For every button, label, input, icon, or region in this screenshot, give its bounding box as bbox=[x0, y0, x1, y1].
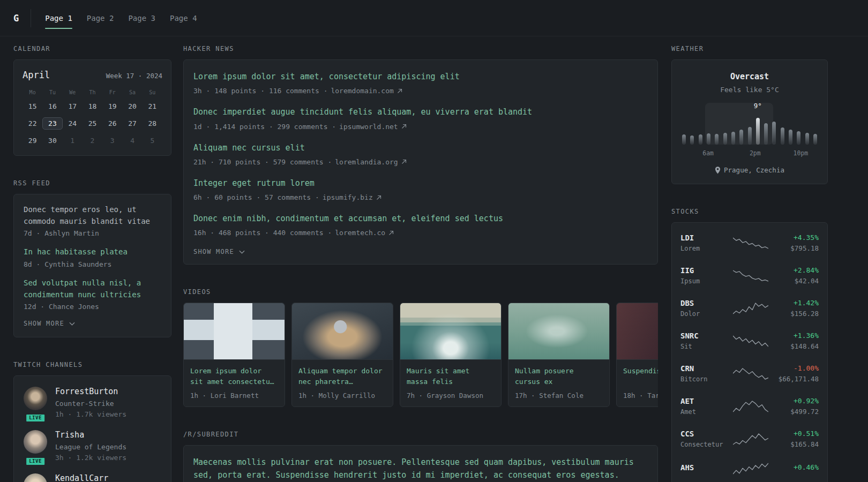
stock-change: +1.42% bbox=[790, 299, 819, 307]
weather-bar bbox=[797, 131, 800, 145]
stock-row[interactable]: CCS Consectetur +0.51% $165.84 bbox=[680, 423, 819, 455]
hn-item-link[interactable]: Lorem ipsum dolor sit amet, consectetur … bbox=[193, 71, 648, 83]
stock-row[interactable]: DBS Dolor +1.42% $156.28 bbox=[680, 292, 819, 325]
hn-item: Donec enim nibh, condimentum et accumsan… bbox=[193, 213, 648, 237]
right-column: WEATHER Overcast Feels like 5°C 9° 6am 2… bbox=[671, 45, 828, 482]
hn-item-domain-link[interactable]: loremlandia.org bbox=[335, 158, 398, 166]
hn-item: Lorem ipsum dolor sit amet, consectetur … bbox=[193, 71, 648, 95]
twitch-channel[interactable]: LIVE ForrestBurton Counter-Strike 1h · 1… bbox=[24, 387, 161, 418]
video-thumbnail bbox=[184, 303, 285, 360]
rss-card: Donec tempor eros leo, ut commodo mauris… bbox=[13, 194, 171, 337]
hn-item-domain-link[interactable]: loremdomain.com bbox=[331, 87, 393, 95]
stock-row[interactable]: SNRC Sit +1.36% $148.64 bbox=[680, 325, 819, 357]
channel-game: League of Legends bbox=[55, 443, 126, 451]
calendar-day: 18 bbox=[83, 100, 102, 112]
stock-row[interactable]: LDI Lorem +4.35% $795.18 bbox=[680, 227, 819, 259]
hn-item-meta: 1d · 1,414 points · 299 comments · ipsum… bbox=[193, 123, 648, 131]
hn-item-link[interactable]: Integer eget rutrum lorem bbox=[193, 177, 648, 190]
calendar-day-header: Su bbox=[143, 89, 162, 95]
weather-bar bbox=[739, 130, 743, 145]
stock-name: Dolor bbox=[680, 310, 733, 318]
calendar-day-next-month: 4 bbox=[122, 134, 142, 147]
stock-values: +0.92% $499.72 bbox=[790, 397, 819, 416]
channel-meta: 1h · 1.7k viewers bbox=[55, 410, 126, 418]
stock-ticker: SNRC bbox=[680, 332, 733, 340]
weather-bar bbox=[748, 127, 752, 145]
calendar-day-header: Fr bbox=[102, 89, 122, 95]
hn-item-domain-link[interactable]: ipsumworld.net bbox=[339, 123, 398, 131]
stock-ticker: CRN bbox=[680, 364, 733, 373]
stock-id: LDI Lorem bbox=[680, 234, 733, 252]
video-card[interactable]: Mauris sit amet massa felis 7h · Grayson… bbox=[400, 303, 502, 407]
video-title: Nullam posuere cursus ex bbox=[515, 366, 603, 387]
stock-name: Amet bbox=[680, 408, 733, 416]
hn-show-more-button[interactable]: SHOW MORE bbox=[193, 248, 648, 255]
calendar-day: 30 bbox=[42, 134, 62, 147]
video-thumbnail bbox=[617, 303, 658, 360]
stock-id: CRN Bitcorn bbox=[680, 364, 733, 383]
rss-item-link[interactable]: Donec tempor eros leo, ut commodo mauris… bbox=[24, 204, 161, 227]
stock-price: $795.18 bbox=[790, 244, 819, 252]
channel-name: ForrestBurton bbox=[55, 387, 126, 396]
external-link-icon bbox=[397, 88, 402, 94]
twitch-card: LIVE ForrestBurton Counter-Strike 1h · 1… bbox=[13, 375, 171, 482]
rss-show-more-button[interactable]: SHOW MORE bbox=[24, 320, 161, 327]
avatar bbox=[24, 430, 47, 454]
hn-item-meta: 21h · 710 points · 579 comments · loreml… bbox=[193, 158, 648, 166]
video-card[interactable]: Suspendisse diam 18h · Tara bbox=[616, 303, 658, 407]
twitch-channel[interactable]: LIVE Trisha League of Legends 3h · 1.2k … bbox=[24, 430, 161, 462]
hn-item-domain-link[interactable]: ipsumify.biz bbox=[323, 193, 373, 201]
weather-location: Prague, Czechia bbox=[680, 166, 819, 174]
video-thumbnail bbox=[508, 303, 609, 360]
stock-row[interactable]: CRN Bitcorn -1.00% $66,171.48 bbox=[680, 357, 819, 390]
stock-ticker: IIG bbox=[680, 266, 733, 275]
rss-item-link[interactable]: Sed volutpat nulla nisl, a condimentum n… bbox=[24, 277, 161, 300]
video-card[interactable]: Lorem ipsum dolor sit amet consectetu… 1… bbox=[183, 303, 285, 407]
calendar-day: 16 bbox=[42, 100, 62, 112]
weather-bar bbox=[731, 132, 735, 145]
twitch-channel[interactable]: KendallCarr bbox=[24, 473, 161, 482]
hn-item-stats: 1d · 1,414 points · 299 comments · bbox=[193, 123, 336, 131]
hn-item-meta: 6h · 60 points · 57 comments · ipsumify.… bbox=[193, 193, 648, 201]
video-body: Lorem ipsum dolor sit amet consectetu… 1… bbox=[184, 360, 285, 406]
stock-price: $499.72 bbox=[790, 408, 819, 416]
calendar-day-selected: 23 bbox=[42, 117, 62, 130]
tab-page-1[interactable]: Page 1 bbox=[45, 0, 72, 36]
video-body: Suspendisse diam 18h · Tara bbox=[617, 360, 658, 406]
rss-item-link[interactable]: In hac habitasse platea bbox=[24, 246, 161, 258]
calendar-day-header: Sa bbox=[122, 89, 142, 95]
stock-values: +4.35% $795.18 bbox=[790, 234, 819, 252]
weather-bar bbox=[715, 134, 719, 145]
videos-widget: VIDEOS Lorem ipsum dolor sit amet consec… bbox=[183, 288, 658, 407]
hacker-news-card: Lorem ipsum dolor sit amet, consectetur … bbox=[183, 59, 658, 265]
video-card[interactable]: Nullam posuere cursus ex 17h · Stefan Co… bbox=[508, 303, 610, 407]
calendar-day: 28 bbox=[143, 117, 162, 130]
stock-row[interactable]: AHS +0.46% bbox=[680, 455, 819, 482]
calendar-day-header: Tu bbox=[42, 89, 62, 95]
subreddit-post-link[interactable]: Maecenas mollis pulvinar erat non posuer… bbox=[193, 456, 648, 481]
tab-page-3[interactable]: Page 3 bbox=[128, 0, 155, 36]
stock-sparkline bbox=[733, 335, 768, 348]
stock-row[interactable]: AET Amet +0.92% $499.72 bbox=[680, 390, 819, 423]
stock-sparkline bbox=[733, 367, 768, 380]
live-badge: LIVE bbox=[25, 413, 46, 423]
hn-item-domain-link[interactable]: loremtech.co bbox=[335, 229, 385, 237]
weather-current-temp: 9° bbox=[754, 102, 762, 110]
tab-page-2[interactable]: Page 2 bbox=[87, 0, 114, 36]
hn-item-meta: 16h · 468 points · 440 comments · loremt… bbox=[193, 229, 648, 237]
rss-item: Sed volutpat nulla nisl, a condimentum n… bbox=[24, 277, 161, 311]
stock-row[interactable]: IIG Ipsum +2.84% $42.04 bbox=[680, 259, 819, 292]
hn-item-link[interactable]: Donec imperdiet augue tincidunt felis al… bbox=[193, 106, 648, 118]
stocks-card: LDI Lorem +4.35% $795.18 IIG Ipsum bbox=[671, 222, 828, 482]
avatar-wrap: LIVE bbox=[24, 430, 47, 462]
hn-item-link[interactable]: Donec enim nibh, condimentum et accumsan… bbox=[193, 213, 648, 225]
stock-id: AHS bbox=[680, 463, 733, 475]
tab-page-4[interactable]: Page 4 bbox=[170, 0, 197, 36]
stock-values: +1.36% $148.64 bbox=[790, 332, 819, 350]
calendar-header: April Week 17 · 2024 bbox=[23, 70, 162, 80]
video-card[interactable]: Aliquam tempor dolor nec pharetra… 1h · … bbox=[291, 303, 393, 407]
video-meta: 7h · Grayson Dawson bbox=[407, 391, 495, 400]
stock-id: SNRC Sit bbox=[680, 332, 733, 350]
hn-item-link[interactable]: Aliquam nec cursus elit bbox=[193, 142, 648, 154]
hn-item-meta: 3h · 148 points · 116 comments · loremdo… bbox=[193, 87, 648, 95]
